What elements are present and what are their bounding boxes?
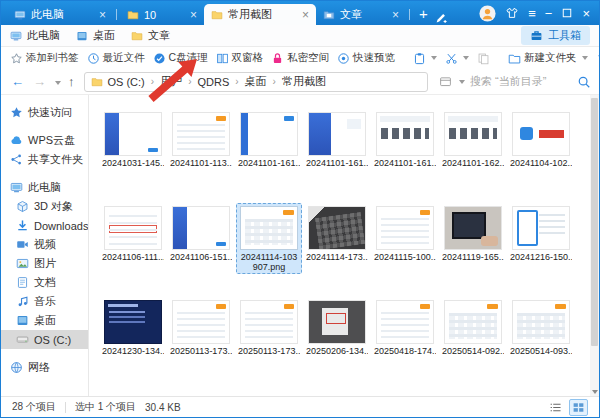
filter-chevron-icon[interactable]: [459, 80, 465, 84]
list-view-button[interactable]: [546, 399, 565, 416]
dual-pane-button[interactable]: 双窗格: [212, 49, 268, 67]
filter-icon[interactable]: [439, 75, 452, 88]
file-item[interactable]: 20250206-134...: [303, 297, 371, 391]
bookmark-articles[interactable]: 文章: [131, 28, 170, 43]
folder-doc-icon: [323, 9, 335, 21]
button-label: 最近文件: [103, 51, 145, 65]
file-item[interactable]: 20250113-173...: [235, 297, 303, 391]
history-chevron-icon[interactable]: [55, 81, 61, 85]
file-thumbnail: [173, 207, 229, 249]
file-thumbnail: [309, 301, 365, 343]
file-item[interactable]: 20241104-102...: [507, 109, 575, 203]
copy-button[interactable]: [473, 50, 494, 67]
sidebar-item-os-c[interactable]: OS (C:): [1, 330, 88, 349]
scroll-down-icon[interactable]: [592, 390, 598, 394]
bookmark-desktop[interactable]: 桌面: [76, 28, 115, 43]
dualpane-icon: [216, 52, 229, 65]
private-space-button[interactable]: 私密空间: [267, 49, 333, 67]
sidebar-item-music[interactable]: 音乐: [1, 292, 88, 311]
file-item[interactable]: 20250113-173...: [167, 297, 235, 391]
sidebar-item-downloads[interactable]: Downloads: [1, 216, 88, 235]
file-thumbnail: [105, 301, 161, 343]
menu-icon[interactable]: ≡: [528, 7, 536, 20]
tab-this-pc[interactable]: 此电脑×: [7, 4, 113, 25]
dropdown-caret-icon[interactable]: [582, 56, 588, 60]
breadcrumb-item[interactable]: OS (C:): [108, 76, 145, 88]
avatar[interactable]: [479, 5, 496, 22]
tab-folder-10[interactable]: 10×: [120, 4, 204, 25]
trash-icon: [596, 52, 600, 65]
sidebar-item-this-pc[interactable]: 此电脑: [1, 178, 88, 197]
back-button[interactable]: ←: [9, 75, 26, 88]
theme-skin-icon[interactable]: [505, 6, 519, 20]
minimize-button[interactable]: −: [545, 7, 553, 20]
breadcrumb-item[interactable]: 常用截图: [282, 74, 326, 89]
file-item[interactable]: 20241119-165...: [439, 203, 507, 297]
file-item[interactable]: 20241101-161...: [371, 109, 439, 203]
sidebar-item-desktop[interactable]: 桌面: [1, 311, 88, 330]
computer-icon: [10, 30, 22, 42]
recent-files-button[interactable]: 最近文件: [83, 49, 149, 67]
file-item[interactable]: 20241114-173...: [303, 203, 371, 297]
bookmark-items: 此电脑桌面文章: [10, 28, 170, 43]
tab-screenshots[interactable]: 常用截图×: [204, 4, 316, 25]
file-item[interactable]: 20241031-145...: [99, 109, 167, 203]
cut-button[interactable]: [441, 50, 473, 67]
file-item[interactable]: 20241101-161...: [303, 109, 371, 203]
tab-articles[interactable]: 文章×: [316, 4, 406, 25]
up-button[interactable]: ↑: [66, 75, 77, 88]
delete-button[interactable]: 删除: [592, 49, 600, 67]
breadcrumb-separator: ›: [188, 76, 191, 87]
file-item[interactable]: 20241106-111...: [99, 203, 167, 297]
quick-new-icon[interactable]: [434, 11, 448, 25]
scrollbar-thumb[interactable]: [591, 98, 598, 346]
sidebar-item-wps-cloud[interactable]: WPS云盘: [1, 131, 88, 150]
file-item[interactable]: 20241114-103907.png: [235, 203, 303, 297]
tab-close-icon[interactable]: ×: [190, 9, 197, 21]
search-box[interactable]: 搜索 “当前目录”: [439, 74, 591, 89]
c-drive-clean-button[interactable]: C盘清理: [149, 49, 212, 67]
file-item[interactable]: 20241115-100...: [371, 203, 439, 297]
sidebar-item-videos[interactable]: 视频: [1, 235, 88, 254]
breadcrumb-item[interactable]: QDRS: [197, 76, 229, 88]
breadcrumb-item[interactable]: 桌面: [245, 74, 267, 89]
sidebar-item-quick-access[interactable]: 快速访问: [1, 103, 88, 122]
file-item[interactable]: 20250514-092...: [439, 297, 507, 391]
address-bar[interactable]: OS (C:)›用户›QDRS›桌面›常用截图: [84, 72, 429, 92]
add-bookmark-button[interactable]: 添加到书签: [6, 49, 83, 67]
sidebar-item-network[interactable]: 网络: [1, 358, 88, 377]
file-item[interactable]: 20241216-150...: [507, 203, 575, 297]
file-item[interactable]: 20241230-134...: [99, 297, 167, 391]
view-switcher: [546, 399, 588, 416]
tab-close-icon[interactable]: ×: [302, 9, 309, 21]
sidebar-item-shared-folder[interactable]: 共享文件夹: [1, 150, 88, 169]
search-icon[interactable]: [577, 75, 591, 89]
forward-button[interactable]: →: [31, 75, 48, 88]
sidebar-item-pictures[interactable]: 图片: [1, 254, 88, 273]
quick-preview-button[interactable]: 快速预览: [333, 49, 399, 67]
file-item[interactable]: 20241101-161...: [235, 109, 303, 203]
breadcrumb-item[interactable]: 用户: [160, 74, 182, 89]
bookmark-this-pc[interactable]: 此电脑: [10, 28, 60, 43]
tab-close-icon[interactable]: ×: [99, 9, 106, 21]
file-item[interactable]: 20250418-174...: [371, 297, 439, 391]
vertical-scrollbar[interactable]: [590, 95, 599, 396]
file-name: 20241114-103907.png: [239, 252, 299, 272]
tab-close-icon[interactable]: ×: [392, 9, 399, 21]
file-item[interactable]: 20250514-093...: [507, 297, 575, 391]
thumbnail-view-button[interactable]: [569, 399, 588, 416]
search-input[interactable]: 搜索 “当前目录”: [470, 74, 572, 89]
file-item[interactable]: 20241101-113...: [167, 109, 235, 203]
dropdown-caret-icon[interactable]: [463, 56, 469, 60]
sidebar-item-documents[interactable]: 文档: [1, 273, 88, 292]
new-tab-button[interactable]: +: [413, 5, 434, 22]
file-item[interactable]: 20241106-151...: [167, 203, 235, 297]
file-item[interactable]: 20241101-162...: [439, 109, 507, 203]
dropdown-caret-icon[interactable]: [431, 56, 437, 60]
paste-button[interactable]: [409, 50, 441, 67]
new-folder-button[interactable]: 新建文件夹: [504, 49, 592, 67]
toolbox-button[interactable]: 工具箱: [521, 26, 590, 45]
close-button[interactable]: ×: [582, 7, 590, 20]
sidebar-item-3d-objects[interactable]: 3D 对象: [1, 197, 88, 216]
maximize-button[interactable]: [561, 7, 573, 19]
